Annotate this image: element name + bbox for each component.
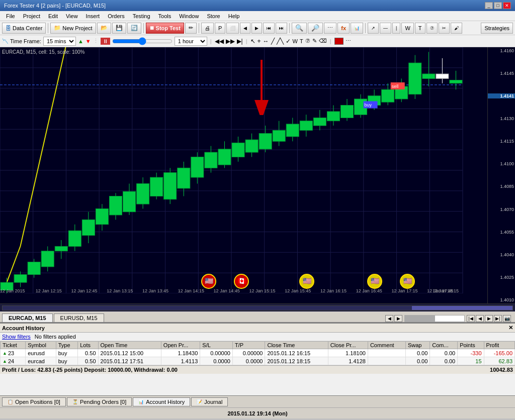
nav-left-button[interactable]: ◀ (385, 315, 393, 322)
table-row: ▲ 24 eurcad buy 0.50 2015.01.12 17:51 1.… (1, 357, 515, 365)
draw-w[interactable]: W (293, 38, 298, 44)
stop-icon: ⏹ (149, 25, 154, 31)
toolbar-timeframe: 📉 Time Frame: 15 mins 1 hour 4 hours Dai… (0, 35, 515, 47)
tab-pending-orders[interactable]: ⏳ Pending Orders [0] (67, 397, 132, 406)
menu-insert[interactable]: Insert (82, 11, 104, 21)
draw-h[interactable]: ╱╲ (277, 38, 284, 45)
speed-select[interactable]: 1 hour 30 mins 1 day (175, 37, 207, 46)
pnl-bar: Profit / Loss: 42.83 (-25 points) Deposi… (0, 365, 515, 374)
col-commission: Com... (430, 342, 458, 349)
stop-test-button[interactable]: ⏹ Stop Test (146, 23, 184, 34)
refresh-button[interactable]: 🔄 (127, 23, 141, 34)
chart-scrollbar[interactable] (0, 303, 515, 311)
close-button[interactable]: ✕ (503, 2, 511, 9)
nav-scroll-bar[interactable] (404, 315, 465, 322)
nav-end-button[interactable]: ▶| (494, 315, 502, 322)
td-closeprice2: 1.4128 (328, 357, 368, 365)
menu-orders[interactable]: Orders (104, 11, 129, 21)
new-project-button[interactable]: 📁 New Project (50, 23, 96, 34)
line-tool[interactable]: ↗ (368, 23, 379, 34)
step-fwd-btn[interactable]: ▶▶ (226, 38, 235, 45)
nav-next-button[interactable]: ▶ (485, 315, 493, 322)
tab-open-positions[interactable]: 📋 Open Positions [0] (2, 397, 66, 406)
td-commission: 0.00 (430, 349, 458, 357)
more-options[interactable]: ⋯ (346, 38, 351, 44)
eraser-btn[interactable]: ⌫ (319, 38, 327, 44)
tool3-button[interactable]: ▶ (251, 23, 262, 34)
tool1-button[interactable]: ⬜ (226, 23, 239, 34)
fibonacci-btn[interactable]: ⑦ (305, 38, 310, 44)
zoom-out-button[interactable]: 🔎 (308, 23, 323, 34)
save-button[interactable]: 💾 (112, 23, 126, 34)
tab-account-history[interactable]: 📊 Account History (133, 397, 190, 406)
restore-button[interactable]: □ (494, 2, 502, 9)
step-back-btn[interactable]: ◀◀ (215, 38, 224, 45)
show-filters-link[interactable]: Show filters (2, 334, 31, 340)
down-arrow[interactable]: ▼ (85, 38, 91, 44)
print-button[interactable]: 🖨 (201, 23, 214, 34)
chart-button[interactable]: P (215, 23, 225, 34)
vline-tool[interactable]: | (392, 23, 400, 34)
draw-v[interactable]: ✓ (286, 38, 291, 45)
no-filters-label: No filters applied (35, 334, 76, 340)
nav-home-button[interactable]: |◀ (467, 315, 475, 322)
hline-tool[interactable]: — (380, 23, 391, 34)
menu-edit[interactable]: Edit (44, 11, 62, 21)
data-center-button[interactable]: 🗄 Data Center (2, 23, 46, 34)
menu-window[interactable]: Window (175, 11, 203, 21)
tool4-button[interactable]: ⏮ (263, 23, 275, 34)
crosshair-tool[interactable]: + (258, 38, 261, 45)
cursor-arrow[interactable]: ↖ (250, 38, 255, 45)
measure-tool[interactable]: ↔ (263, 38, 269, 45)
draw-t[interactable]: T (300, 38, 303, 44)
search-button[interactable]: ⋯ (324, 23, 336, 34)
fib-tool[interactable]: ⑦ (426, 23, 438, 34)
up-arrow[interactable]: ▲ (78, 38, 83, 44)
zoom-in-button[interactable]: 🔍 (292, 23, 307, 34)
td-profit2: 62.83 (484, 357, 514, 365)
indicator-button[interactable]: fx (337, 23, 350, 34)
open-button[interactable]: 📂 (97, 23, 111, 34)
separator7: | (246, 38, 247, 44)
menu-view[interactable]: View (62, 11, 82, 21)
menu-store[interactable]: Store (203, 11, 224, 21)
timeframe-select[interactable]: 15 mins 1 hour 4 hours Daily (43, 37, 76, 46)
tool2-button[interactable]: ◀ (240, 23, 250, 34)
minimize-button[interactable]: _ (485, 2, 493, 9)
color-picker[interactable] (334, 38, 344, 45)
td-type2: buy (56, 357, 78, 365)
pause-icon[interactable]: ⏸ (101, 38, 110, 45)
td-swap2: 0.00 (405, 357, 430, 365)
draw-pen[interactable]: ✎ (312, 38, 317, 44)
tab-journal[interactable]: 📝 Journal (191, 397, 228, 406)
step-single-btn[interactable]: ▶| (237, 38, 243, 45)
td-type: buy (56, 349, 78, 357)
scroll-track[interactable] (2, 305, 513, 310)
chart-tab-eurcad[interactable]: EURCAD, M15 (2, 313, 53, 322)
strategies-button[interactable]: Strategies (481, 23, 513, 34)
menu-tools[interactable]: Tools (154, 11, 176, 21)
text-tool[interactable]: W (401, 23, 413, 34)
table-row: ▲ 23 eurusd buy 0.50 2015.01.12 15:00 1.… (1, 349, 515, 357)
draw-line[interactable]: ╱ (271, 38, 275, 45)
close-panel-button[interactable]: ✕ (508, 325, 513, 331)
menu-testing[interactable]: Testing (129, 11, 154, 21)
td-openprice2: 1.4113 (161, 357, 200, 365)
menu-help[interactable]: Help (224, 11, 244, 21)
menu-project[interactable]: Project (19, 11, 44, 21)
speed-slider[interactable] (112, 38, 173, 45)
menu-file[interactable]: File (2, 11, 19, 21)
nav-scroll-thumb[interactable] (405, 316, 435, 322)
tool5-button[interactable]: ⏭ (276, 23, 287, 34)
cursor-tool[interactable]: ✂ (439, 23, 450, 34)
scroll-thumb[interactable] (412, 306, 512, 310)
price-button[interactable]: 📊 (351, 23, 363, 34)
paint-tool[interactable]: 🖌 (451, 23, 462, 34)
chart-tab-eurusd[interactable]: EURUSD, M15 (54, 313, 104, 322)
snapshot-button[interactable]: 📷 (503, 315, 511, 322)
save-icon: 💾 (116, 25, 123, 31)
nav-prev-button[interactable]: ◀ (476, 315, 484, 322)
edit-button[interactable]: ✏ (185, 23, 197, 34)
textbox-tool[interactable]: T (415, 23, 425, 34)
nav-right-button[interactable]: ▶ (394, 315, 402, 322)
